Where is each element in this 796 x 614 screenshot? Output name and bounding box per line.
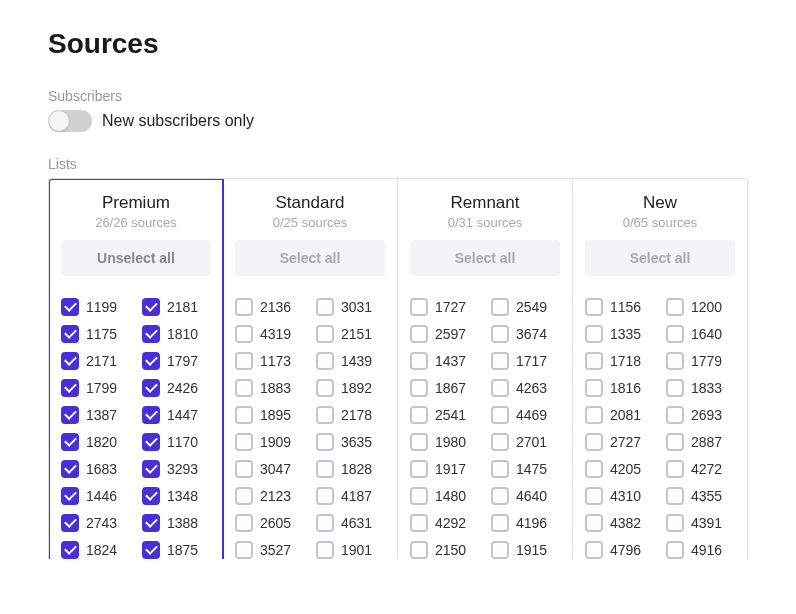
checkbox[interactable] (142, 325, 160, 343)
checkbox[interactable] (235, 406, 253, 424)
checkbox[interactable] (410, 514, 428, 532)
checkbox[interactable] (585, 325, 603, 343)
checkbox[interactable] (316, 379, 334, 397)
checkbox[interactable] (410, 487, 428, 505)
list-item: 1387 (61, 406, 130, 424)
checkbox[interactable] (142, 298, 160, 316)
checkbox[interactable] (666, 514, 684, 532)
checkbox[interactable] (585, 298, 603, 316)
checkbox[interactable] (61, 487, 79, 505)
checkbox[interactable] (666, 460, 684, 478)
checkbox[interactable] (585, 433, 603, 451)
checkbox[interactable] (61, 298, 79, 316)
checkbox[interactable] (316, 460, 334, 478)
checkbox[interactable] (666, 541, 684, 559)
checkbox[interactable] (61, 460, 79, 478)
checkbox[interactable] (666, 487, 684, 505)
checkbox[interactable] (491, 298, 509, 316)
checkbox[interactable] (666, 352, 684, 370)
checkbox[interactable] (410, 460, 428, 478)
checkbox[interactable] (235, 325, 253, 343)
list-item: 2178 (316, 406, 385, 424)
checkbox[interactable] (491, 352, 509, 370)
checkbox[interactable] (61, 379, 79, 397)
checkbox[interactable] (316, 406, 334, 424)
list-item: 1892 (316, 379, 385, 397)
checkbox[interactable] (316, 325, 334, 343)
checkbox[interactable] (491, 325, 509, 343)
checkbox[interactable] (666, 379, 684, 397)
checkbox[interactable] (235, 298, 253, 316)
checkbox[interactable] (410, 541, 428, 559)
checkbox[interactable] (585, 352, 603, 370)
checkbox[interactable] (316, 514, 334, 532)
checkbox[interactable] (316, 541, 334, 559)
checkbox[interactable] (585, 379, 603, 397)
checkbox[interactable] (142, 460, 160, 478)
unselect-all-button[interactable]: Unselect all (61, 240, 211, 276)
checkbox[interactable] (666, 433, 684, 451)
checkbox[interactable] (491, 406, 509, 424)
select-all-button[interactable]: Select all (410, 240, 560, 276)
checkbox[interactable] (142, 514, 160, 532)
checkbox[interactable] (666, 406, 684, 424)
item-label: 1895 (260, 407, 291, 423)
checkbox[interactable] (316, 352, 334, 370)
checkbox[interactable] (585, 406, 603, 424)
item-label: 3674 (516, 326, 547, 342)
checkbox[interactable] (235, 487, 253, 505)
checkbox[interactable] (410, 325, 428, 343)
checkbox[interactable] (585, 460, 603, 478)
checkbox[interactable] (491, 433, 509, 451)
checkbox[interactable] (491, 514, 509, 532)
list-item: 1901 (316, 541, 385, 559)
checkbox[interactable] (585, 514, 603, 532)
checkbox[interactable] (235, 352, 253, 370)
checkbox[interactable] (61, 352, 79, 370)
checkbox[interactable] (142, 541, 160, 559)
checkbox[interactable] (666, 325, 684, 343)
list-item: 1810 (142, 325, 211, 343)
checkbox[interactable] (585, 541, 603, 559)
checkbox[interactable] (235, 460, 253, 478)
list-item: 1779 (666, 352, 735, 370)
item-label: 4796 (610, 542, 641, 558)
item-label: 2171 (86, 353, 117, 369)
item-label: 1640 (691, 326, 722, 342)
checkbox[interactable] (410, 379, 428, 397)
checkbox[interactable] (316, 298, 334, 316)
checkbox[interactable] (410, 433, 428, 451)
checkbox[interactable] (410, 406, 428, 424)
checkbox[interactable] (61, 325, 79, 343)
checkbox[interactable] (410, 352, 428, 370)
checkbox[interactable] (61, 406, 79, 424)
checkbox[interactable] (666, 298, 684, 316)
checkbox[interactable] (491, 379, 509, 397)
checkbox[interactable] (235, 379, 253, 397)
item-label: 4916 (691, 542, 722, 558)
list-item: 2701 (491, 433, 560, 451)
checkbox[interactable] (316, 487, 334, 505)
checkbox[interactable] (316, 433, 334, 451)
checkbox[interactable] (410, 298, 428, 316)
checkbox[interactable] (142, 379, 160, 397)
checkbox[interactable] (142, 406, 160, 424)
checkbox[interactable] (235, 541, 253, 559)
checkbox[interactable] (491, 460, 509, 478)
list-item: 2181 (142, 298, 211, 316)
checkbox[interactable] (235, 433, 253, 451)
checkbox[interactable] (491, 541, 509, 559)
checkbox[interactable] (142, 487, 160, 505)
checkbox[interactable] (61, 541, 79, 559)
checkbox[interactable] (142, 433, 160, 451)
select-all-button[interactable]: Select all (585, 240, 735, 276)
item-label: 1980 (435, 434, 466, 450)
select-all-button[interactable]: Select all (235, 240, 385, 276)
checkbox[interactable] (585, 487, 603, 505)
new-subscribers-toggle[interactable] (48, 110, 92, 132)
checkbox[interactable] (142, 352, 160, 370)
checkbox[interactable] (61, 514, 79, 532)
checkbox[interactable] (61, 433, 79, 451)
checkbox[interactable] (235, 514, 253, 532)
checkbox[interactable] (491, 487, 509, 505)
